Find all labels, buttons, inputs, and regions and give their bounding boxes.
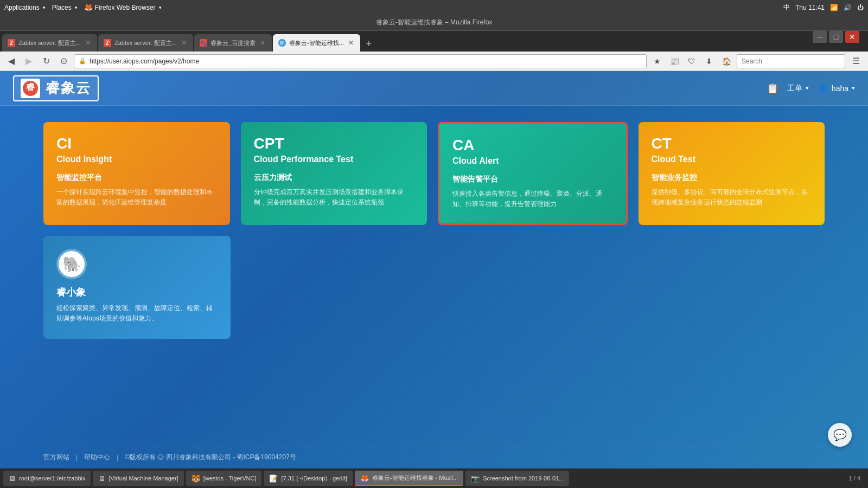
taskbar-firefox[interactable]: 🦊 睿象云-智能运维找睿象 - Mozil...	[355, 471, 463, 486]
reload-button[interactable]: ↻	[39, 54, 53, 68]
taskbar-virt[interactable]: 🖥 [Virtual Machine Manager]	[93, 471, 183, 486]
browser-tabs: Z Zabbix server: 配置主... ✕ Z Zabbix serve…	[0, 31, 868, 52]
back-button[interactable]: ◀	[4, 54, 18, 68]
browser-titlebar: 睿象云-智能运维找睿象 – Mozilla Firefox ─ □ ✕	[0, 15, 868, 31]
shield-button[interactable]: 🛡	[685, 54, 699, 68]
gedit-icon: 📝	[269, 474, 278, 483]
cards-row-2: 🐘 睿小象 轻松探索聚类、异常发现、预测、故障定位、检索、辅助调参等AIops场…	[43, 236, 825, 339]
tab-zabbix2[interactable]: Z Zabbix server: 配置主... ✕	[98, 34, 193, 52]
taskbar-vnc-label: [westos - TigerVNC]	[203, 475, 257, 481]
card-ci-name: Cloud Insight	[56, 155, 217, 164]
taskbar-screenshot-label: Screenshot from 2019-08-01...	[483, 475, 564, 481]
taskbar-terminal-label: root@server1:/etc/zabbix	[19, 475, 85, 481]
power-icon: ⏻	[857, 4, 864, 11]
card-ct[interactable]: CT Cloud Test 智能业务监控 提供秒级、多协议、高可靠的全球分布式监…	[639, 122, 825, 225]
terminal-icon: 🖥	[9, 474, 16, 483]
lock-icon: 🔒	[79, 57, 86, 65]
official-site-link[interactable]: 官方网站	[43, 453, 69, 462]
card-ct-name: Cloud Test	[652, 155, 812, 164]
close-button[interactable]: ✕	[845, 31, 859, 43]
tab-zabbix1-close[interactable]: ✕	[84, 39, 92, 47]
browser-title: 睿象云-智能运维找睿象 – Mozilla Firefox	[376, 18, 493, 27]
os-topbar: Applications ▾ Places ▾ 🦊 Firefox Web Br…	[0, 0, 868, 15]
url-bar[interactable]: 🔒 https://user.aiops.com/pages/v2/home	[74, 54, 647, 68]
taskbar-gedit[interactable]: 📝 [7.31 (~/Desktop) - gedit]	[264, 471, 352, 486]
tab-zabbix1[interactable]: Z Zabbix server: 配置主... ✕	[2, 34, 97, 52]
chat-button[interactable]: 💬	[828, 423, 852, 447]
places-menu[interactable]: Places ▾	[52, 4, 78, 11]
forward-button[interactable]: ▶	[22, 54, 36, 68]
footer-divider-2: |	[117, 454, 118, 461]
browser-menu[interactable]: 🦊 Firefox Web Browser ▾	[84, 3, 162, 11]
network-icon: 📶	[830, 4, 838, 11]
volume-icon: 🔊	[844, 4, 852, 11]
virt-icon: 🖥	[98, 474, 105, 483]
homepage-button[interactable]: 🏠	[719, 54, 733, 68]
taskbar-terminal[interactable]: 🖥 root@server1:/etc/zabbix	[3, 471, 91, 486]
home-button[interactable]: ⊙	[56, 54, 71, 68]
xiaoxiang-desc: 轻松探索聚类、异常发现、预测、故障定位、检索、辅助调参等AIops场景的价值和魅…	[56, 303, 218, 324]
card-ci-desc: 一个探针实现跨云环境集中监控，智能的数据处理和丰富的数据展现，简化IT运维管理复…	[56, 187, 217, 208]
menu-button[interactable]: ☰	[848, 54, 864, 68]
tab-zabbix2-close[interactable]: ✕	[180, 39, 188, 47]
download-button[interactable]: ⬇	[702, 54, 716, 68]
xiaoxiang-avatar-inner: 🐘	[59, 251, 85, 277]
tool-menu[interactable]: 工单 ▾	[787, 84, 809, 93]
taskbar-virt-label: [Virtual Machine Manager]	[108, 475, 178, 481]
tab-zabbix1-favicon: Z	[8, 39, 15, 47]
cards-row-1: CI Cloud Insight 智能监控平台 一个探针实现跨云环境集中监控，智…	[43, 122, 825, 225]
os-taskbar: 🖥 root@server1:/etc/zabbix 🖥 [Virtual Ma…	[0, 468, 868, 488]
os-topbar-right: 中 Thu 11:41 📶 🔊 ⏻	[783, 3, 864, 12]
xiaoxiang-avatar: 🐘	[56, 249, 87, 279]
card-ca[interactable]: CA Cloud Alert 智能告警平台 快速接入各类告警信息，通过降噪、聚类…	[438, 122, 628, 225]
tab-baidu[interactable]: 🐾 睿象云_百度搜索 ✕	[194, 34, 272, 52]
places-arrow: ▾	[75, 5, 78, 10]
card-cpt[interactable]: CPT Cloud Performance Test 云压力测试 分钟级完成百万…	[241, 122, 427, 225]
tool-label: 工单	[787, 84, 802, 93]
lang-indicator: 中	[783, 3, 790, 12]
card-cpt-subtitle: 云压力测试	[254, 173, 414, 183]
minimize-button[interactable]: ─	[813, 31, 827, 43]
reader-mode-button[interactable]: 📰	[667, 54, 681, 68]
tab-baidu-favicon: 🐾	[200, 39, 207, 47]
header-right: 📋 工单 ▾ 👤 haha ▾	[767, 82, 855, 94]
tab-ruixiang[interactable]: 睿 睿象云-智能运维找... ✕	[273, 34, 360, 52]
applications-menu[interactable]: Applications ▾	[4, 4, 46, 11]
cards-area: CI Cloud Insight 智能监控平台 一个探针实现跨云环境集中监控，智…	[0, 106, 868, 355]
tab-ruixiang-favicon: 睿	[278, 39, 286, 47]
taskbar-screenshot[interactable]: 📷 Screenshot from 2019-08-01...	[465, 471, 569, 486]
new-tab-button[interactable]: +	[361, 36, 376, 52]
footer-divider-1: |	[76, 454, 78, 461]
card-ci-subtitle: 智能监控平台	[56, 173, 217, 183]
card-ca-subtitle: 智能告警平台	[452, 175, 613, 184]
help-center-link[interactable]: 帮助中心	[84, 453, 110, 462]
maximize-button[interactable]: □	[829, 31, 843, 43]
card-ca-desc: 快速接入各类告警信息，通过降噪、聚类、分派、通知、排班等功能，提升告警管理能力	[452, 189, 613, 209]
logo-text: 睿象云	[46, 79, 91, 98]
card-ci[interactable]: CI Cloud Insight 智能监控平台 一个探针实现跨云环境集中监控，智…	[43, 122, 230, 225]
browser-search-input[interactable]	[737, 54, 845, 68]
page-footer: 官方网站 | 帮助中心 | ©版权所有 ◎ 四川睿象科技有限公司 - 蜀ICP备…	[0, 446, 868, 468]
user-arrow: ▾	[852, 85, 855, 92]
bookmark-star-button[interactable]: ★	[650, 54, 664, 68]
card-cpt-name: Cloud Performance Test	[254, 155, 414, 164]
card-ct-subtitle: 智能业务监控	[652, 173, 812, 183]
xiaoxiang-name: 睿小象	[56, 286, 218, 299]
browser-label: Firefox Web Browser	[95, 4, 156, 11]
logo-area[interactable]: 睿 睿象云	[13, 75, 99, 101]
tab-baidu-label: 睿象云_百度搜索	[210, 39, 256, 47]
card-cpt-desc: 分钟级完成百万真实并发压测场景搭建和业务脚本录制，完备的性能数据分析，快速定位系…	[254, 187, 414, 208]
places-label: Places	[52, 4, 72, 11]
applications-arrow: ▾	[43, 5, 46, 10]
logo-icon: 睿	[21, 79, 40, 98]
card-ct-desc: 提供秒级、多协议、高可靠的全球分布式监测节点，实现跨地域复杂业务运行状态的连续监…	[652, 187, 812, 208]
tab-baidu-close[interactable]: ✕	[259, 39, 266, 47]
page-content: 睿 睿象云 📋 工单 ▾ 👤 haha ▾ CI Cloud Insigh	[0, 71, 868, 468]
user-menu[interactable]: 👤 haha ▾	[818, 83, 855, 93]
vnc-icon: 🐯	[192, 474, 200, 483]
taskbar-vnc[interactable]: 🐯 [westos - TigerVNC]	[186, 471, 262, 486]
taskbar-gedit-label: [7.31 (~/Desktop) - gedit]	[281, 475, 347, 481]
tab-ruixiang-close[interactable]: ✕	[347, 39, 355, 47]
page-header: 睿 睿象云 📋 工单 ▾ 👤 haha ▾	[0, 71, 868, 106]
card-xiaoxiang[interactable]: 🐘 睿小象 轻松探索聚类、异常发现、预测、故障定位、检索、辅助调参等AIops场…	[43, 236, 231, 339]
